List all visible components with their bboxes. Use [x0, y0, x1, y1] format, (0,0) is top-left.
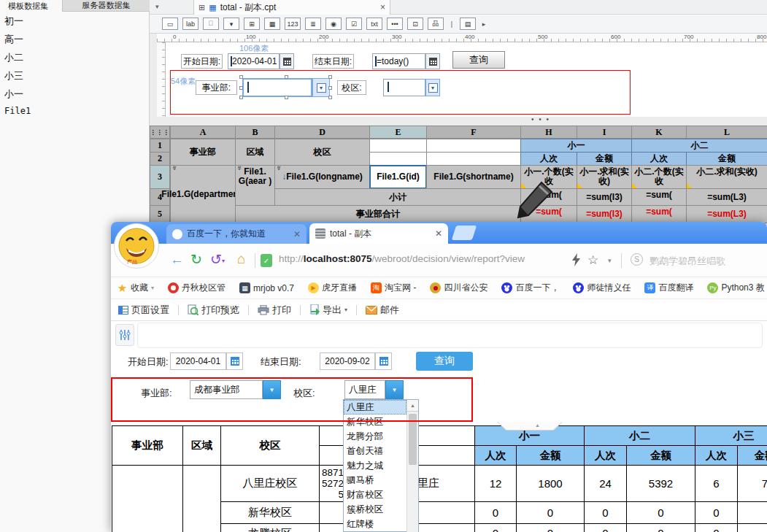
combobox-icon[interactable]: ▾ [223, 18, 239, 30]
grid-cell[interactable]: 小计 [274, 188, 521, 206]
chevron-down-icon[interactable]: ▾ [222, 258, 225, 264]
parameter-panel-collapse-button[interactable]: ▲ [497, 422, 580, 431]
grid-cell[interactable]: 小二 [631, 139, 767, 153]
campus-combobox[interactable]: ▼ [383, 79, 440, 96]
close-icon[interactable]: × [380, 2, 385, 12]
dataset-item[interactable]: 小三 [4, 69, 23, 81]
refresh-icon[interactable]: ↻ [190, 252, 202, 266]
grid-cell[interactable]: 校区 [274, 139, 370, 166]
dept-combo-drop-button[interactable]: ▼ [312, 78, 330, 97]
dropdown-option[interactable]: 八里庄 [344, 400, 406, 415]
selection-handle[interactable] [285, 96, 288, 99]
more-icon[interactable]: ▸ [480, 18, 487, 30]
campus-combo-drop-button[interactable]: ▼ [385, 380, 404, 399]
select-all-corner[interactable]: ⋮⋮⋮ [150, 126, 170, 139]
bookmark-item[interactable]: PyPython3 教 [707, 282, 764, 294]
row-header-3[interactable]: 3 [150, 165, 170, 189]
dataset-item[interactable]: File1 [4, 106, 31, 117]
dropdown-option[interactable]: 簇桥校区 [344, 502, 406, 517]
bookmark-item[interactable]: ▦mrjob v0.7 [239, 282, 294, 293]
grid-cell[interactable]: File1.G(shortname) [426, 165, 521, 189]
campus-combo-value[interactable]: 八里庄 [344, 380, 385, 399]
search-hint-text[interactable]: 鹦鹉学碧昂丝唱歌 [650, 255, 725, 268]
row-header-5[interactable]: 5 [150, 205, 170, 223]
browser-tab-baidu[interactable]: 百度一下，你就知道 ✕ [166, 224, 307, 244]
combo-split-icon[interactable]: ⊞ [244, 18, 260, 30]
page-setup-button[interactable]: 页面设置 [115, 302, 172, 318]
label-icon[interactable]: lab [182, 18, 199, 30]
export-button[interactable]: 导出 ▾ [307, 302, 350, 318]
grid-cell[interactable]: 人次 [631, 152, 687, 166]
textarea-icon[interactable]: ≣ [305, 18, 321, 30]
end-date-input[interactable]: 2020-09-02 [320, 352, 375, 370]
grid-cell[interactable]: 事业部 [170, 139, 236, 166]
close-tab-icon[interactable]: ✕ [435, 228, 442, 239]
dept-combobox[interactable]: 成都事业部 ▼ [190, 380, 263, 399]
grid-cell[interactable]: 金额 [686, 152, 767, 166]
row-header-2[interactable]: 2 [150, 152, 170, 166]
address-bar[interactable]: http://localhost:8075/webroot/decision/v… [279, 253, 525, 264]
dropdown-option[interactable]: 财富校区 [344, 487, 406, 502]
grid-cell[interactable]: 小一.求和(实收) [577, 165, 632, 189]
new-tab-button[interactable] [452, 225, 477, 240]
textfield-icon[interactable]: ⎕ [203, 18, 219, 30]
grid-cell[interactable] [369, 139, 427, 153]
browser-title-bar[interactable]: 百度一下，你就知道 ✕ total - 副本 ✕ [111, 222, 767, 244]
dataset-item[interactable]: 小二 [4, 51, 23, 63]
print-button[interactable]: 打印 [255, 302, 294, 318]
number-field-icon[interactable]: 123 [285, 18, 301, 30]
dropdown-option[interactable]: 龙腾分部 [344, 429, 406, 444]
query-button[interactable]: 查询 [416, 352, 473, 371]
print-preview-button[interactable]: 打印预览 [185, 302, 242, 318]
campus-combobox[interactable]: 八里庄 ▼ [344, 380, 385, 399]
close-tab-icon[interactable]: ✕ [293, 229, 301, 239]
column-header-L[interactable]: L [686, 126, 767, 139]
grid-cell[interactable]: =sum(L3) [686, 205, 767, 223]
dept-combobox-selected[interactable]: ▼ [242, 78, 330, 97]
campus-widget-label[interactable]: 校区: [337, 80, 366, 95]
grid-cell[interactable]: 事业部合计 [235, 205, 521, 223]
lightning-icon[interactable] [571, 253, 581, 266]
grid-cell[interactable] [369, 152, 427, 166]
grid-cell[interactable]: 金额 [577, 152, 632, 166]
browser-tab-report-active[interactable]: total - 副本 ✕ [309, 223, 448, 244]
dropdown-scrollbar[interactable]: ▲ [406, 400, 418, 532]
end-date-calendar-button[interactable] [425, 53, 440, 69]
dept-combo-drop-button[interactable]: ▼ [263, 380, 281, 399]
bookmark-item[interactable]: 百度一下， [501, 282, 559, 294]
grid-cell[interactable]: 人次 [520, 152, 577, 166]
column-header-F[interactable]: F [426, 126, 521, 139]
column-header-H[interactable]: H [520, 126, 577, 139]
grid-cell[interactable]: File1.G(department)↯ [170, 165, 236, 223]
grid-cell[interactable] [426, 139, 521, 153]
grid-cell[interactable]: 小二.个数(实收 [631, 165, 687, 189]
selection-handle[interactable] [239, 86, 243, 90]
row-header-1[interactable]: 1 [150, 139, 170, 153]
selection-handle[interactable] [328, 86, 332, 90]
home-icon[interactable]: ⌂ [237, 252, 245, 266]
bookmark-item[interactable]: 淘淘宝网 - [371, 282, 416, 294]
dropdown-option[interactable]: 首创天禧 [344, 444, 406, 458]
security-shield-icon[interactable]: ✓ [261, 254, 272, 267]
bookmark-item[interactable]: 四川省公安 [430, 282, 487, 294]
bookmark-item[interactable]: 师徒情义任 [573, 282, 631, 294]
dropdown-option[interactable]: 驷马桥 [344, 473, 406, 487]
column-header-B[interactable]: B [235, 126, 275, 139]
separator-icon[interactable]: | [448, 18, 455, 30]
start-date-input[interactable]: 2020-04-01 [228, 53, 280, 69]
start-date-input[interactable]: 2020-04-01 [170, 352, 226, 370]
grid-cell[interactable]: =sum( [631, 188, 687, 206]
query-button[interactable]: 查询 [452, 51, 505, 69]
selection-handle[interactable] [239, 75, 243, 79]
back-icon[interactable]: ← [170, 252, 184, 266]
start-date-calendar-button[interactable] [280, 53, 294, 69]
checkbox-icon[interactable]: ⊡ [407, 18, 423, 30]
column-header-E[interactable]: E [369, 126, 427, 139]
bookmark-item[interactable]: ▶虎牙直播 [308, 282, 357, 294]
tab-server-datasets[interactable]: 服务器数据集 [62, 0, 150, 12]
campus-combo-drop-button[interactable]: ▼ [425, 79, 440, 96]
radio-group-icon[interactable]: ◉ [325, 18, 342, 30]
checkbox-group-icon[interactable]: ☑ [346, 18, 362, 30]
dropdown-option[interactable]: 新华校区 [344, 415, 406, 429]
end-date-label[interactable]: 结束日期: [312, 54, 354, 69]
